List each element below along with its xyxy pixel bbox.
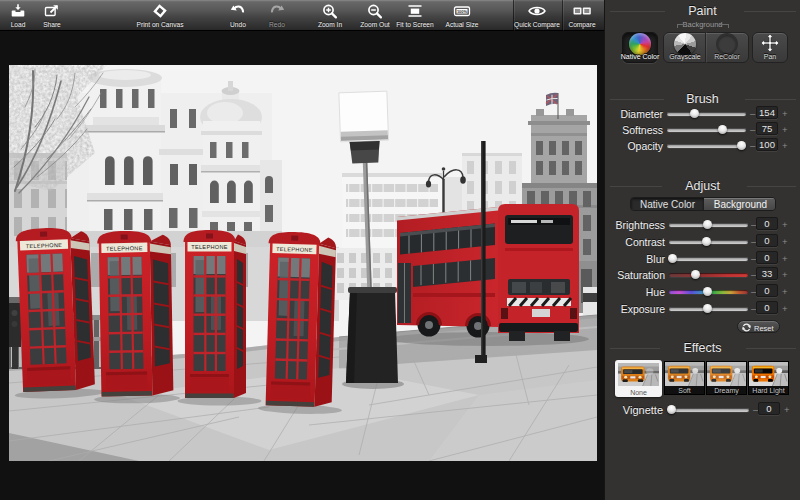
svg-text:TELEPHONE: TELEPHONE <box>276 246 313 253</box>
svg-text:100%: 100% <box>457 9 468 14</box>
svg-text:TELEPHONE: TELEPHONE <box>106 245 143 252</box>
svg-text:TELEPHONE: TELEPHONE <box>191 244 228 250</box>
